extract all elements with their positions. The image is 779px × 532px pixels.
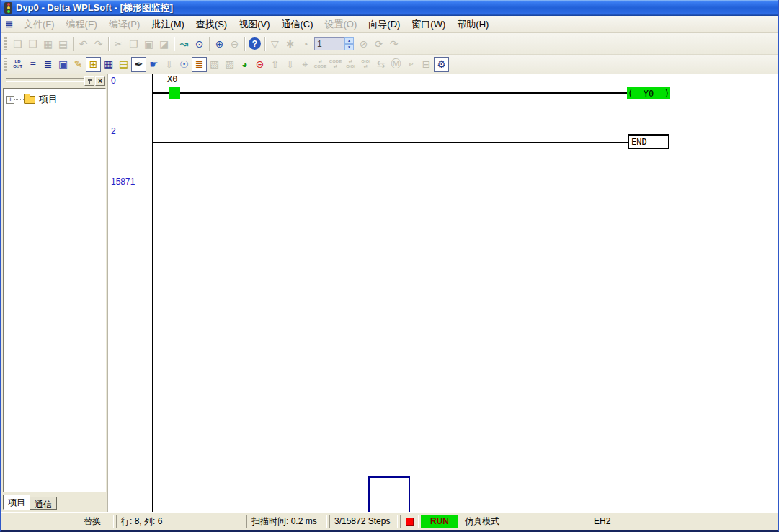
simulator-icon[interactable]: ⚙ (434, 57, 449, 72)
menu-bar: ≣ 文件(F)编程(E)编译(P)批注(M)查找(S)视图(V)通信(C)设置(… (1, 16, 778, 33)
code-to-ladder-icon: CODE ⇄ (328, 57, 343, 72)
coil-y0-energized[interactable]: ( Y0 ) (627, 87, 670, 99)
ladder-editor[interactable]: 0 2 15871 X0 ( Y0 ) END (108, 74, 778, 512)
find-icon[interactable]: ⊙ (192, 36, 207, 51)
standard-toolbar-buttons-2: ⊘⟳↷ (356, 36, 401, 51)
print-preview-icon: ▽ (267, 36, 282, 51)
download-comment-icon: ⇩ (161, 57, 177, 72)
pin-icon (87, 78, 92, 84)
toolbar-separator (108, 37, 109, 51)
project-options-icon: ✱ (282, 36, 298, 51)
ld-out-instruction-icon[interactable]: LD OUT (10, 57, 25, 72)
tree-expand-icon[interactable]: + (6, 96, 14, 104)
snapshot-icon: ▧ (207, 57, 222, 72)
toolbar-grip[interactable] (4, 37, 7, 50)
status-plc-model: EH2 (589, 515, 775, 528)
spinner-up-icon[interactable]: ▲ (344, 37, 354, 44)
end-instruction[interactable]: END (628, 134, 669, 149)
refresh-icon: ⟳ (371, 36, 386, 51)
menu-comm[interactable]: 通信(C) (275, 16, 319, 33)
contact-x0-energized[interactable] (169, 87, 180, 99)
project-tree: + 项目 (3, 88, 106, 492)
toolbar-separator (174, 37, 174, 51)
cut-icon: ✂ (111, 36, 126, 51)
sfc-view-icon[interactable]: ⊞ (86, 57, 101, 72)
menu-file: 文件(F) (18, 16, 61, 33)
ladder-to-code-icon: ⇄ CODE (313, 57, 328, 72)
status-empty (4, 515, 68, 528)
menu-wizard[interactable]: 向导(D) (362, 16, 406, 33)
status-simulation-mode: 仿真模式 (460, 515, 587, 528)
status-bar: 替换 行: 8, 列: 6 扫描时间: 0.2 ms 3/15872 Steps… (1, 512, 778, 530)
select-device-icon[interactable]: ☛ (146, 57, 161, 72)
menu-comment[interactable]: 批注(M) (146, 16, 190, 33)
app-traffic-light-icon (4, 2, 12, 14)
status-steps: 3/15872 Steps (329, 515, 398, 528)
stop-indicator-icon[interactable] (406, 518, 414, 526)
contact-device-label: X0 (167, 74, 177, 84)
save-file-icon: ▦ (40, 36, 55, 51)
hint-icon[interactable]: ☉ (177, 57, 192, 72)
menu-window[interactable]: 窗口(W) (406, 16, 451, 33)
status-scan-time: 扫描时间: 0.2 ms (246, 515, 327, 528)
status-edit-mode: 替换 (71, 515, 114, 528)
edit-mode-icon[interactable]: ✎ (71, 57, 86, 72)
run-plc-icon[interactable]: ◕ (237, 57, 252, 72)
status-cursor-position: 行: 8, 列: 6 (116, 515, 244, 528)
spinner-down-icon[interactable]: ▼ (344, 44, 354, 50)
new-file-icon: ❏ (10, 36, 25, 51)
print-icon: ▤ (55, 36, 71, 51)
tree-node-project[interactable]: + 项目 (6, 93, 105, 106)
device-table-icon[interactable]: ▦ (101, 57, 116, 72)
menu-edit: 编程(E) (61, 16, 103, 33)
program-compare-icon: ⇆ (373, 57, 388, 72)
toolbar-separator (264, 37, 265, 51)
comment-icon[interactable]: ▤ (116, 57, 131, 72)
open-file-icon: ❒ (25, 36, 40, 51)
device-monitor-icon[interactable]: ▣ (55, 57, 71, 72)
plc-toolbar: LD OUT≡≣▣✎⊞▦▤✒☛⇩☉≣▧▨◕⊝⇧⇩⌖⇄ CODECODE ⇄⇄ O… (1, 55, 778, 74)
ladder-to-stl-icon: ⇄ OIOI (343, 57, 358, 72)
ladder-monitor-icon[interactable]: ≣ (192, 57, 207, 72)
ladder-view-icon[interactable]: ≡ (25, 57, 40, 72)
rung-line (152, 142, 628, 143)
upload-program-icon: ⇧ (267, 57, 282, 72)
monitor-edit-pen-icon[interactable]: ✒ (131, 57, 146, 72)
scan-time-icon: ◔ (298, 36, 313, 51)
find-ip-icon: IP (404, 57, 419, 72)
left-power-rail (152, 74, 153, 512)
goto-icon[interactable]: ↝ (177, 36, 192, 51)
menu-search[interactable]: 查找(S) (190, 16, 233, 33)
panel-close-button[interactable]: × (95, 76, 105, 86)
ladder-cursor (368, 476, 410, 512)
menu-items: 文件(F)编程(E)编译(P)批注(M)查找(S)视图(V)通信(C)设置(O)… (18, 16, 494, 33)
instruction-view-icon[interactable]: ≣ (40, 57, 55, 72)
redo-icon: ↷ (91, 36, 106, 51)
menu-options: 设置(O) (319, 16, 363, 33)
panel-grip[interactable] (6, 78, 84, 84)
communication-setup-icon: ⌖ (298, 57, 313, 72)
menu-view[interactable]: 视图(V) (233, 16, 275, 33)
window-title: Dvp0 - Delta WPLSoft - [梯形图监控] (16, 1, 173, 14)
help-icon[interactable]: ? (249, 37, 261, 50)
monitor-window-icon: ⊟ (419, 57, 434, 72)
steps-stepper[interactable]: ▲ ▼ (344, 37, 354, 50)
toolbar-separator (73, 37, 74, 51)
close-icon: × (98, 78, 102, 85)
stop-plc-icon[interactable]: ⊝ (252, 57, 267, 72)
step-run-icon: ↷ (386, 36, 401, 51)
menu-help[interactable]: 帮助(H) (451, 16, 494, 33)
standard-toolbar-buttons: ❏❒▦▤↶↷✂❐▣◪↝⊙⊕⊖?▽✱◔ (10, 36, 313, 51)
wplsoft-window: Dvp0 - Delta WPLSoft - [梯形图监控] ≣ 文件(F)编程… (0, 0, 779, 532)
ladder-window-icon[interactable]: ≣ (3, 19, 16, 30)
pin-button[interactable] (84, 76, 94, 86)
tab-project[interactable]: 项目 (3, 495, 30, 510)
toolbar-grip[interactable] (4, 58, 7, 71)
paste-icon: ▣ (141, 36, 156, 51)
tree-dotline (14, 99, 24, 100)
undo-icon: ↶ (76, 36, 91, 51)
row-number: 15871 (111, 177, 135, 187)
toolbar-separator (209, 37, 210, 51)
zoom-in-icon[interactable]: ⊕ (212, 36, 227, 51)
tab-communication[interactable]: 通信 (30, 497, 57, 510)
